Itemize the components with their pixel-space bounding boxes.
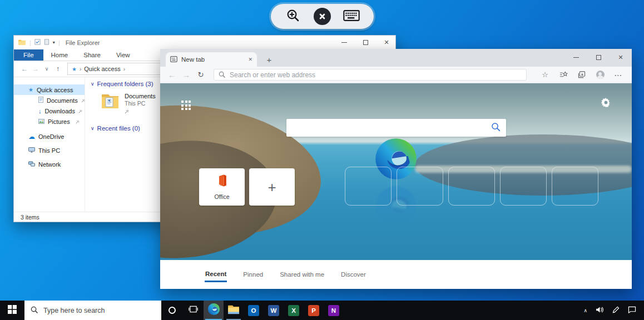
empty-tile-slot	[345, 167, 392, 206]
minimize-button[interactable]	[565, 49, 587, 66]
back-button[interactable]: ←	[19, 65, 29, 73]
forward-button[interactable]: →	[180, 71, 192, 79]
taskbar-app-excel[interactable]: X	[284, 301, 304, 320]
taskbar-search-box[interactable]	[24, 301, 161, 320]
section-title: Recent files (0)	[97, 125, 140, 132]
edge-icon	[207, 303, 220, 318]
taskbar-app-powerpoint[interactable]: P	[304, 301, 324, 320]
refresh-button[interactable]: ↻	[195, 71, 207, 79]
taskbar-app-word[interactable]: W	[264, 301, 284, 320]
show-hidden-icons-chevron[interactable]: ∧	[583, 308, 587, 313]
minimize-button[interactable]	[335, 36, 353, 49]
system-tray: ∧	[583, 301, 644, 320]
page-settings-gear-icon[interactable]	[601, 98, 611, 109]
sidebar-item-label: Downloads	[45, 108, 75, 114]
maximize-button[interactable]	[587, 49, 610, 66]
maximize-icon	[363, 40, 368, 45]
taskbar-search-input[interactable]	[42, 306, 155, 315]
shortcut-tile-office[interactable]: Office	[199, 168, 245, 206]
add-site-tile[interactable]: +	[249, 168, 295, 206]
task-view-icon	[189, 305, 198, 316]
tab-close-icon[interactable]: ✕	[248, 57, 252, 62]
tab-new-tab[interactable]: New tab ✕	[166, 52, 257, 67]
onedrive-cloud-icon: ☁	[28, 133, 35, 140]
ribbon-tab-view[interactable]: View	[108, 49, 138, 61]
taskbar-app-onenote[interactable]: N	[324, 301, 344, 320]
taskbar-app-file-explorer[interactable]	[224, 301, 244, 320]
url-input[interactable]	[229, 71, 522, 79]
address-bar[interactable]	[214, 69, 527, 81]
empty-tile-slot	[552, 167, 598, 206]
chevron-down-icon: ∨	[91, 126, 95, 131]
back-button[interactable]: ←	[166, 71, 178, 79]
collections-icon[interactable]	[576, 71, 587, 78]
breadcrumb[interactable]: Quick access	[84, 66, 120, 72]
tab-discover[interactable]: Discover	[340, 268, 366, 281]
ribbon-tab-file[interactable]: File	[14, 49, 43, 61]
favorites-bar-icon[interactable]	[558, 71, 569, 78]
pin-icon	[78, 108, 82, 114]
up-button[interactable]: ↑	[53, 65, 63, 73]
remote-desktop-icon	[314, 8, 331, 25]
star-icon: ★	[28, 87, 33, 93]
favorite-star-icon[interactable]: ☆	[539, 71, 551, 79]
new-tab-button[interactable]: +	[262, 53, 276, 66]
tab-recent[interactable]: Recent	[205, 267, 227, 282]
profile-avatar[interactable]	[595, 71, 606, 79]
maximize-button[interactable]	[356, 36, 374, 49]
start-button[interactable]	[0, 301, 24, 320]
cortana-button[interactable]	[161, 301, 182, 320]
page-layout-icon[interactable]	[181, 101, 191, 110]
tab-shared-with-me[interactable]: Shared with me	[279, 268, 325, 281]
recent-locations-dropdown[interactable]: ∨	[42, 66, 52, 72]
sidebar-item-this-pc[interactable]: This PC	[14, 145, 85, 156]
sidebar-item-downloads[interactable]: ↓ Downloads	[14, 106, 85, 116]
taskbar-app-outlook[interactable]: O	[244, 301, 264, 320]
ribbon-tab-share[interactable]: Share	[76, 49, 108, 61]
tab-title: New tab	[181, 56, 205, 63]
tile-name: Documents	[125, 93, 156, 99]
ribbon-tab-home[interactable]: Home	[43, 49, 76, 61]
tab-pinned[interactable]: Pinned	[242, 268, 264, 281]
ntp-search-input[interactable]	[292, 123, 491, 133]
sidebar-item-quick-access[interactable]: ★ Quick access	[14, 84, 85, 95]
windows-logo-icon	[8, 305, 17, 316]
zoom-button[interactable]	[283, 7, 303, 27]
qat-newfolder-icon[interactable]	[44, 39, 49, 46]
pin-icon	[125, 108, 156, 115]
close-button[interactable]: ✕	[610, 49, 632, 66]
items-count: 3 items	[21, 214, 39, 221]
taskbar-app-edge[interactable]	[204, 301, 224, 320]
empty-tile-slot	[448, 167, 495, 206]
windows-ink-pen-icon[interactable]	[612, 306, 620, 316]
close-button[interactable]: ✕	[378, 36, 395, 49]
task-view-button[interactable]	[182, 301, 204, 320]
forward-button[interactable]: →	[31, 65, 41, 73]
sidebar-item-pictures[interactable]: Pictures	[14, 116, 85, 127]
picture-icon	[38, 118, 44, 125]
ntp-search-box[interactable]	[286, 119, 506, 137]
window-title: File Explorer	[66, 39, 100, 46]
sidebar-item-label: OneDrive	[38, 133, 64, 140]
volume-icon[interactable]	[596, 306, 604, 316]
sidebar-item-network[interactable]: Network	[14, 159, 85, 169]
desktop: | ▾ | File Explorer ✕ File Home Share Vi…	[0, 0, 644, 320]
qat-customize-arrow-icon[interactable]: ▾	[53, 40, 55, 45]
section-recent-files[interactable]: ∨ Recent files (0)	[91, 125, 140, 132]
magnifier-plus-icon	[286, 8, 300, 25]
file-explorer-icon	[227, 304, 240, 317]
settings-menu-icon[interactable]: ⋯	[613, 71, 624, 79]
sidebar-item-documents[interactable]: Documents	[14, 95, 85, 106]
sidebar-item-onedrive[interactable]: ☁ OneDrive	[14, 131, 85, 142]
section-frequent-folders[interactable]: ∨ Frequent folders (3)	[91, 81, 153, 87]
documents-folder-tile[interactable]: Documents This PC	[101, 93, 156, 115]
breadcrumb-separator: ›	[80, 66, 81, 72]
taskbar: O W X P N ∧	[0, 301, 644, 320]
onenote-icon: N	[328, 305, 339, 316]
sidebar-item-label: Network	[38, 161, 61, 168]
separator: |	[58, 39, 60, 46]
qat-properties-icon[interactable]	[34, 39, 41, 46]
remote-desktop-button[interactable]	[312, 7, 332, 27]
action-center-icon[interactable]	[628, 306, 636, 316]
keyboard-button[interactable]	[341, 7, 361, 27]
